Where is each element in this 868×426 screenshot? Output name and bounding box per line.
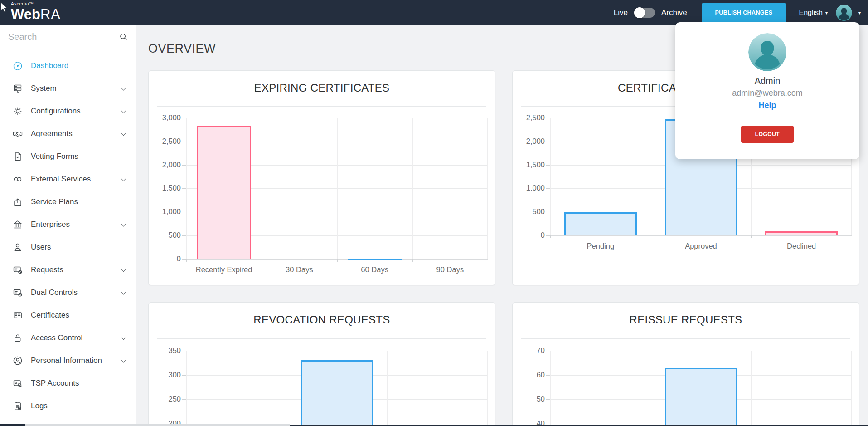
user-menu-chevron-icon[interactable]: ▾ xyxy=(858,10,861,15)
sidebar-item-dual-controls[interactable]: Dual Controls xyxy=(0,281,136,304)
sidebar-item-certificates[interactable]: Certificates xyxy=(0,304,136,327)
sidebar-item-label: TSP Accounts xyxy=(31,379,79,388)
x-axis-tick xyxy=(651,235,651,238)
brand-logo[interactable]: Ascertia™ WebRA xyxy=(11,2,61,21)
x-axis-category-label: 30 Days xyxy=(262,265,337,274)
sidebar-item-agreements[interactable]: Agreements xyxy=(0,122,136,145)
webra-app: Ascertia™ WebRA Live Archive PUBLISH CHA… xyxy=(0,0,868,426)
chart-bar[interactable] xyxy=(564,212,637,235)
chevron-down-icon xyxy=(121,130,126,136)
y-axis-tick xyxy=(546,212,550,212)
sidebar: Dashboard System Configurations Agreemen… xyxy=(0,25,136,426)
sidebar-item-enterprises[interactable]: Enterprises xyxy=(0,213,136,236)
user-avatar[interactable] xyxy=(836,5,852,21)
y-axis-tick-label: 350 xyxy=(150,346,181,355)
chart-bar[interactable] xyxy=(348,259,402,260)
y-axis-tick xyxy=(182,375,186,376)
y-axis-tick xyxy=(546,142,550,142)
page-title: OVERVIEW xyxy=(148,42,216,56)
sidebar-item-configurations[interactable]: Configurations xyxy=(0,100,136,122)
sidebar-item-label: System xyxy=(31,84,57,93)
sidebar-item-label: Configurations xyxy=(31,107,81,116)
gridline xyxy=(186,351,488,351)
handshake-icon xyxy=(12,128,23,139)
sidebar-item-logs[interactable]: Logs xyxy=(0,395,136,417)
chevron-down-icon xyxy=(121,108,126,113)
sidebar-item-label: Dashboard xyxy=(31,61,68,70)
y-axis-tick xyxy=(546,351,550,351)
logout-button[interactable]: LOGOUT xyxy=(741,126,794,143)
sidebar-item-label: Access Control xyxy=(31,333,82,343)
gridline xyxy=(262,118,262,259)
sidebar-item-label: Service Plans xyxy=(31,197,78,206)
search-input[interactable] xyxy=(0,25,136,49)
archive-label: Archive xyxy=(661,8,687,17)
live-archive-toggle[interactable] xyxy=(634,8,655,18)
sidebar-item-system[interactable]: System xyxy=(0,77,136,100)
y-axis-tick xyxy=(546,165,550,166)
sidebar-search xyxy=(0,25,136,49)
sidebar-item-service-plans[interactable]: Service Plans xyxy=(0,191,136,213)
gridline xyxy=(550,351,551,426)
gridline xyxy=(550,118,551,235)
sidebar-item-external-services[interactable]: External Services xyxy=(0,168,136,191)
sidebar-item-dashboard[interactable]: Dashboard xyxy=(0,54,136,77)
chart-card-revocation-requests: REVOCATION REQUESTS350300250200 xyxy=(148,302,495,426)
sidebar-item-vetting-forms[interactable]: Vetting Forms xyxy=(0,145,136,168)
y-axis-tick xyxy=(546,188,550,189)
sidebar-item-label: Certificates xyxy=(31,311,69,320)
sidebar-item-label: External Services xyxy=(31,175,91,184)
toggle-knob[interactable] xyxy=(634,7,645,18)
y-axis-tick-label: 1,500 xyxy=(514,161,545,169)
sidebar-item-tsp-accounts[interactable]: TSP Accounts xyxy=(0,372,136,395)
gridline xyxy=(387,351,388,426)
x-axis-tick xyxy=(412,259,413,262)
horizontal-scrollbar-thumb[interactable] xyxy=(0,424,25,426)
card-search-icon xyxy=(12,378,23,389)
y-axis-tick-label: 500 xyxy=(150,231,181,240)
gridline xyxy=(412,118,413,259)
chart-card-expiring-certificates: EXPIRING CERTIFICATES3,0002,5002,0001,50… xyxy=(148,70,495,285)
form-icon xyxy=(12,151,23,162)
user-icon xyxy=(12,242,23,253)
sidebar-item-label: Requests xyxy=(31,265,63,274)
x-axis-tick xyxy=(337,259,338,262)
chart-bar[interactable] xyxy=(665,368,737,426)
horizontal-scrollbar-track[interactable] xyxy=(25,424,290,426)
sidebar-item-users[interactable]: Users xyxy=(0,236,136,259)
help-link[interactable]: Help xyxy=(675,101,859,110)
y-axis-tick-label: 0 xyxy=(514,231,545,240)
chart-bar[interactable] xyxy=(197,126,251,259)
y-axis-tick xyxy=(182,212,186,212)
y-axis-tick xyxy=(546,235,550,236)
sidebar-item-label: Dual Controls xyxy=(31,288,78,297)
gridline xyxy=(851,351,852,426)
sidebar-item-personal-information[interactable]: Personal Information xyxy=(0,349,136,372)
search-icon[interactable] xyxy=(118,32,128,44)
y-axis-tick xyxy=(546,118,550,118)
chart-title: REISSUE REQUESTS xyxy=(513,313,859,326)
title-divider xyxy=(157,338,486,339)
bank-icon xyxy=(12,219,23,230)
card-clock-icon xyxy=(12,287,23,298)
x-axis-tick xyxy=(262,259,262,262)
publish-changes-button[interactable]: PUBLISH CHANGES xyxy=(702,3,786,22)
y-axis-tick-label: 2,000 xyxy=(514,137,545,146)
sidebar-item-requests[interactable]: Requests xyxy=(0,259,136,281)
y-axis-tick-label: 2,500 xyxy=(150,137,181,146)
sidebar-item-label: Personal Information xyxy=(31,356,102,365)
y-axis-tick xyxy=(182,118,186,118)
chevron-down-icon xyxy=(121,221,126,227)
chart-bar[interactable] xyxy=(765,231,838,235)
sidebar-item-access-control[interactable]: Access Control xyxy=(0,327,136,349)
y-axis-tick xyxy=(182,351,186,351)
y-axis-tick xyxy=(182,188,186,189)
language-selector[interactable]: English ▾ xyxy=(799,9,828,17)
chart-bar[interactable] xyxy=(301,360,373,426)
title-divider xyxy=(157,106,486,107)
chart-title: REVOCATION REQUESTS xyxy=(149,313,495,326)
y-axis-tick-label: 1,500 xyxy=(150,184,181,192)
sidebar-menu: Dashboard System Configurations Agreemen… xyxy=(0,49,136,417)
card-clock-icon xyxy=(12,264,23,275)
gridline xyxy=(651,351,651,426)
